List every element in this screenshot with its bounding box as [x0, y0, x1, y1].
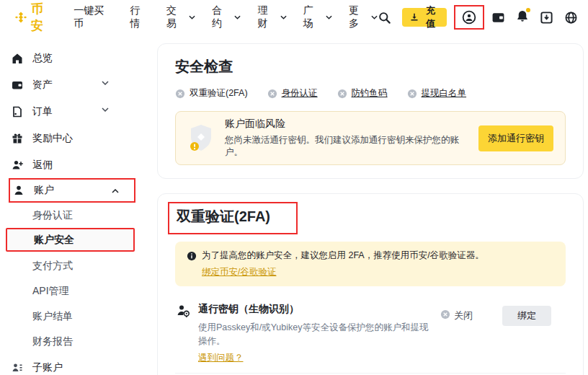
sidebar-item-identity-verification[interactable]: 身份认证: [0, 203, 157, 228]
nav-markets[interactable]: 行情: [130, 4, 150, 30]
person-icon: [13, 185, 24, 196]
search-icon[interactable]: [378, 11, 391, 25]
passkey-description: 使用Passkey和/或Yubikey等安全设备保护您的账户和提现操作。: [198, 321, 433, 349]
circle-x-icon: [175, 89, 185, 99]
circle-x-icon: [407, 89, 417, 99]
shield-warning-icon: [187, 123, 215, 154]
add-passkey-button[interactable]: 添加通行密钥: [478, 125, 553, 151]
security-check-title: 安全检查: [175, 57, 566, 76]
circle-x-icon: [267, 89, 277, 99]
info-icon: [187, 251, 197, 261]
profile-icon[interactable]: [462, 10, 476, 25]
sidebar-item-account[interactable]: 账户: [9, 178, 135, 203]
risk-title: 账户面临风险: [225, 118, 468, 131]
orders-file-icon: [12, 106, 23, 118]
wallet-icon[interactable]: [491, 11, 505, 25]
deposit-button[interactable]: 充值: [402, 8, 447, 27]
annotation-box-2fa-title: 双重验证(2FA): [168, 202, 298, 234]
chevron-down-icon: [280, 15, 287, 19]
sidebar-item-orders[interactable]: 订单: [0, 98, 157, 125]
main-nav: 一键买币 行情 交易 合约 理财 广场 更多: [74, 4, 378, 30]
chevron-down-icon: [371, 15, 378, 19]
sidebar-item-payment-methods[interactable]: 支付方式: [0, 253, 157, 278]
binance-diamond-icon: [14, 11, 27, 24]
sidebar-item-referral[interactable]: 返佣: [0, 151, 157, 178]
security-check-list: 双重验证(2FA) 身份认证 防钓鱼码 提现白名单: [175, 87, 566, 100]
circle-x-icon: [440, 309, 450, 319]
person-plus-icon: [12, 159, 23, 171]
notification-dot: [526, 8, 530, 12]
passkey-biometric-icon: [176, 304, 190, 318]
sidebar-item-overview[interactable]: 总览: [0, 45, 157, 71]
sidebar-item-account-statement[interactable]: 账户结单: [0, 304, 157, 329]
risk-description: 您尚未激活通行密钥。我们建议添加通行密钥来保护您的账户。: [225, 134, 468, 159]
sidebar-item-assets[interactable]: 资产: [0, 71, 157, 98]
circle-x-icon: [337, 89, 347, 99]
check-2fa[interactable]: 双重验证(2FA): [175, 87, 248, 100]
home-icon: [12, 53, 23, 64]
account-risk-banner: 账户面临风险 您尚未激活通行密钥。我们建议添加通行密钥来保护您的账户。 添加通行…: [175, 111, 566, 165]
sidebar-item-rewards-hub[interactable]: 奖励中心: [0, 125, 157, 151]
twofa-notice: 为了提高您的账户安全，建议您启用 2FA，推荐使用币安/谷歌验证器。 绑定币安/…: [175, 242, 566, 286]
sidebar-item-account-security[interactable]: 账户安全: [6, 228, 135, 252]
twofa-title: 双重验证(2FA): [177, 207, 270, 226]
app-download-icon[interactable]: [540, 11, 553, 25]
nav-square[interactable]: 广场: [303, 4, 332, 30]
passkey-row: 通行密钥（生物识别） 使用Passkey和/或Yubikey等安全设备保护您的账…: [175, 294, 566, 373]
passkey-bind-button[interactable]: 绑定: [502, 306, 551, 326]
chevron-up-icon: [112, 189, 119, 193]
binance-logo[interactable]: 币安: [14, 1, 55, 34]
check-withdrawal-whitelist[interactable]: 提现白名单: [407, 87, 467, 100]
security-check-card: 安全检查 双重验证(2FA) 身份认证 防钓鱼码 提现白名单: [157, 43, 584, 179]
check-anti-phishing-code[interactable]: 防钓鱼码: [337, 87, 388, 100]
nav-earn[interactable]: 理财: [257, 4, 286, 30]
chevron-down-icon: [326, 15, 332, 19]
annotation-box-profile: [454, 5, 484, 30]
twofa-card: 双重验证(2FA) 为了提高您的账户安全，建议您启用 2FA，推荐使用币安/谷歌…: [157, 193, 584, 375]
globe-language-icon[interactable]: [564, 11, 578, 25]
people-list-icon: [12, 362, 23, 374]
top-navbar: 币安 一键买币 行情 交易 合约 理财 广场 更多 充值: [0, 0, 588, 35]
notice-text: 为了提高您的账户安全，建议您启用 2FA，推荐使用币安/谷歌验证器。: [202, 250, 484, 262]
gift-icon: [12, 133, 23, 144]
sidebar-item-api-management[interactable]: API管理: [0, 278, 157, 304]
chevron-down-icon: [234, 15, 241, 19]
main-content: 安全检查 双重验证(2FA) 身份认证 防钓鱼码 提现白名单: [157, 35, 588, 375]
check-identity-verification[interactable]: 身份认证: [267, 87, 318, 100]
passkey-status: 关闭: [440, 309, 488, 322]
nav-buy-crypto[interactable]: 一键买币: [74, 4, 113, 30]
chevron-down-icon: [102, 81, 109, 85]
wallet-icon: [12, 79, 23, 91]
passkey-help-link[interactable]: 遇到问题？: [198, 352, 244, 364]
logo-text: 币安: [31, 1, 55, 34]
nav-trade[interactable]: 交易: [166, 4, 195, 30]
sidebar: 总览 资产 订单 奖励中心 返佣: [0, 35, 157, 375]
nav-futures[interactable]: 合约: [212, 4, 241, 30]
sidebar-item-sub-accounts[interactable]: 子账户: [0, 354, 157, 375]
download-icon: [410, 13, 419, 22]
bind-authenticator-link[interactable]: 绑定币安/谷歌验证: [202, 266, 276, 278]
nav-more[interactable]: 更多: [349, 4, 378, 30]
passkey-title: 通行密钥（生物识别）: [198, 303, 433, 316]
chevron-down-icon: [102, 107, 109, 112]
sidebar-item-financial-reports[interactable]: 财务报告: [0, 329, 157, 354]
chevron-down-icon: [189, 15, 195, 19]
